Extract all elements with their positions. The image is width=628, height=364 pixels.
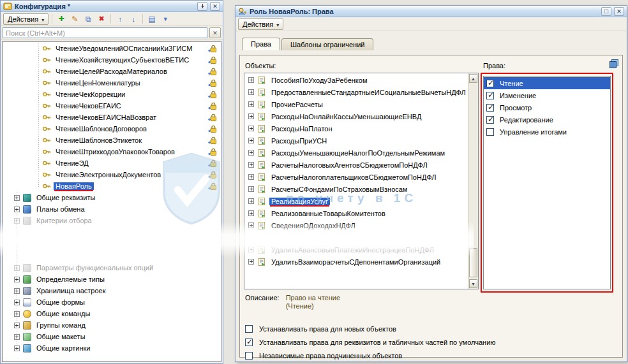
scroll-down-icon[interactable]	[469, 279, 477, 288]
filter-icon[interactable]	[160, 13, 171, 24]
tree-item-group[interactable]: Хранилища настроек	[3, 285, 221, 296]
pin-icon[interactable]	[197, 2, 207, 11]
objects-scrollbar[interactable]	[468, 73, 478, 289]
tree-item-group[interactable]: Общие формы	[3, 296, 221, 308]
object-row[interactable]: РасходыНаОнлайнКассыУменьшающиеЕНВД	[244, 110, 467, 122]
tree-item-role[interactable]: ЧтениеЧековЕГАИС	[3, 100, 221, 112]
object-row[interactable]: РасходыНаПлатон	[244, 122, 467, 135]
right-row[interactable]: Редактирование	[484, 113, 610, 126]
expand-icon[interactable]	[248, 174, 254, 180]
right-row[interactable]: Управление итогами	[484, 126, 610, 138]
expand-icon[interactable]	[248, 235, 254, 240]
tree-item-role[interactable]: ЧтениеЦенНоменклатуры	[3, 77, 221, 89]
right-row[interactable]: Чтение	[484, 77, 610, 89]
left-titlebar[interactable]: Конфигурация *	[1, 1, 223, 12]
close-icon[interactable]	[614, 7, 624, 16]
expand-icon[interactable]	[14, 265, 20, 271]
expand-icon[interactable]	[14, 218, 20, 224]
expand-icon[interactable]	[248, 126, 254, 131]
expand-icon[interactable]	[14, 346, 20, 351]
expand-icon[interactable]	[248, 222, 254, 228]
expand-icon[interactable]	[248, 77, 254, 83]
expand-icon[interactable]	[248, 150, 254, 156]
copy-icon[interactable]	[82, 13, 94, 24]
expand-icon[interactable]	[14, 277, 20, 282]
move-down-icon[interactable]	[128, 13, 139, 24]
object-row[interactable]: РеализованныеТоварыКомитентов	[244, 207, 467, 219]
tree-item-role[interactable]: ЧтениеХозяйствующихСубъектовВЕТИС	[3, 54, 221, 66]
tab-rights[interactable]: Права	[242, 38, 280, 50]
option-row[interactable]: Независимые права подчиненных объектов	[244, 349, 618, 362]
right-checkbox[interactable]	[486, 128, 494, 136]
expand-icon[interactable]	[248, 113, 254, 119]
option-checkbox[interactable]	[245, 352, 253, 360]
tree-item-group[interactable]: Общие команды	[3, 308, 221, 319]
tree-item-role[interactable]: ЧтениеШаблоновДоговоров	[3, 123, 221, 135]
option-row[interactable]: Устанавливать права для реквизитов и таб…	[244, 335, 618, 349]
object-row[interactable]: РасчетыНалоговыхАгентовСБюджетомПоНДФЛ	[244, 159, 467, 171]
right-row[interactable]: Просмотр	[484, 101, 610, 113]
expand-icon[interactable]	[248, 198, 254, 204]
search-input[interactable]	[3, 27, 207, 38]
tree-item-role[interactable]: ЧтениеУведомленийОСписанииКиЗГИСМ	[3, 43, 221, 54]
search-close-icon[interactable]	[209, 27, 221, 38]
delete-icon[interactable]	[96, 13, 107, 24]
object-row[interactable]: РасходыПриУСН	[244, 135, 467, 147]
right-titlebar[interactable]: Роль НоваяРоль: Права	[236, 6, 627, 17]
right-row[interactable]: Изменение	[484, 89, 610, 101]
tree-item-group[interactable]: Планы обмена	[3, 203, 221, 215]
add-icon[interactable]	[56, 13, 67, 24]
actions-button[interactable]: Действия	[238, 18, 283, 30]
expand-icon[interactable]	[14, 207, 20, 212]
expand-icon[interactable]	[14, 300, 20, 305]
object-row[interactable]: РасчетыСФондамиПоСтраховымВзносам	[244, 183, 467, 195]
object-row[interactable]: УдалитьАвансовыеПлатежиИностранцевПоНДФЛ	[244, 244, 467, 256]
tree-item-group[interactable]: Параметры функциональных опций	[3, 262, 221, 273]
right-checkbox[interactable]	[486, 80, 494, 87]
object-row[interactable]: СведенияОДоходахНДФЛ	[244, 219, 467, 231]
tree-item-role[interactable]: ЧтениеЧекКоррекции	[3, 89, 221, 100]
expand-icon[interactable]	[248, 162, 254, 168]
close-icon[interactable]	[210, 2, 220, 11]
tree-item-role[interactable]: ЧтениеЦелейРасходаМатериалов	[3, 66, 221, 77]
expand-icon[interactable]	[248, 259, 254, 265]
edit-icon[interactable]	[69, 13, 80, 24]
expand-icon[interactable]	[14, 311, 20, 317]
expand-icon[interactable]	[248, 247, 254, 252]
tree-item-role[interactable]: ЧтениеШаблоновЭтикеток	[3, 135, 221, 146]
move-up-icon[interactable]	[114, 13, 126, 24]
copy-rights-icon[interactable]	[609, 59, 619, 69]
tree-item-group[interactable]: Общие макеты	[3, 331, 221, 342]
object-row[interactable]: УдалитьВзаиморасчетыСДепонентамиОрганиза…	[244, 256, 467, 268]
right-checkbox[interactable]	[486, 116, 494, 124]
right-checkbox[interactable]	[486, 92, 494, 99]
expand-icon[interactable]	[248, 101, 254, 107]
expand-icon[interactable]	[14, 323, 20, 328]
expand-icon[interactable]	[248, 89, 254, 95]
option-checkbox[interactable]	[245, 339, 253, 346]
option-row[interactable]: Устанавливать права для новых объектов	[244, 322, 618, 335]
tree-item-role[interactable]: ЧтениеЧековЕГАИСНаВозврат	[3, 112, 221, 123]
expand-icon[interactable]	[248, 210, 254, 216]
scroll-up-icon[interactable]	[469, 74, 477, 83]
tree-item-group[interactable]: Определяемые типы	[3, 273, 221, 285]
object-row[interactable]: РасчетыНалогоплательщиковСБюджетомПоНДФЛ	[244, 171, 467, 183]
tree-item-group[interactable]: Общие реквизиты	[3, 192, 221, 203]
tree-item-group[interactable]: Группы команд	[3, 319, 221, 331]
tree-item-group[interactable]: Общие картинки	[3, 342, 221, 354]
right-checkbox[interactable]	[486, 104, 494, 112]
option-checkbox[interactable]	[245, 325, 253, 333]
maximize-icon[interactable]	[601, 7, 611, 16]
object-row[interactable]: РеализацияУслуг	[244, 195, 467, 207]
tree-item-role[interactable]: НоваяРоль	[3, 180, 221, 192]
object-row[interactable]: ПредоставленныеСтандартныеИСоциальныеВыч…	[244, 86, 467, 98]
object-row[interactable]: ПрочиеРасчеты	[244, 98, 467, 110]
scroll-thumb[interactable]	[469, 248, 477, 277]
object-row[interactable]: ПособияПоУходуЗаРебенком	[244, 74, 467, 86]
tree-item-role[interactable]: ЧтениеШтрихкодовУпаковокТоваров	[3, 146, 221, 157]
actions-button[interactable]: Действия	[3, 13, 49, 25]
tree-item-role[interactable]: ЧтениеЭлектронныхДокументов	[3, 169, 221, 180]
expand-icon[interactable]	[248, 186, 254, 192]
list-settings-icon[interactable]	[146, 13, 158, 24]
expand-icon[interactable]	[14, 195, 20, 201]
